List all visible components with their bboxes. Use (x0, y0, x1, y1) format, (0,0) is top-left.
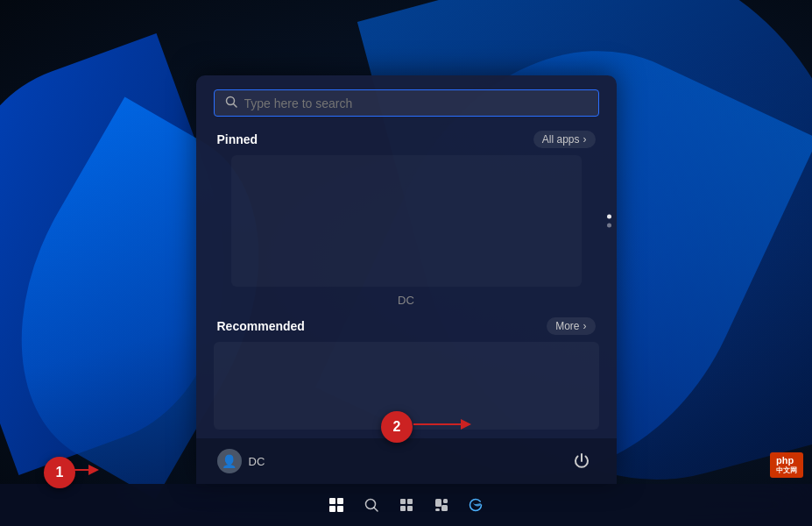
pinned-apps-grid (231, 155, 582, 287)
svg-rect-10 (435, 508, 440, 511)
chevron-right-icon-2: › (583, 320, 587, 332)
avatar: 👤 (217, 449, 242, 473)
user-display-name: DC (249, 455, 265, 468)
task-view-icon (399, 497, 414, 513)
svg-rect-8 (435, 499, 441, 507)
svg-rect-9 (443, 499, 448, 503)
svg-rect-6 (400, 506, 406, 511)
start-menu-footer: 👤 DC (196, 438, 617, 484)
recommended-label: Recommended (217, 319, 305, 333)
pinned-section-header: Pinned All apps › (196, 127, 617, 155)
chevron-right-icon: › (583, 133, 587, 146)
search-bar[interactable] (214, 89, 599, 117)
recommended-section-header: Recommended More › (196, 314, 617, 342)
annotation-2: 2 (381, 411, 413, 443)
all-apps-button[interactable]: All apps › (533, 131, 596, 148)
search-input[interactable] (244, 96, 588, 110)
svg-rect-11 (441, 505, 448, 511)
svg-rect-4 (400, 499, 406, 504)
arrow-1 (73, 461, 99, 479)
power-button[interactable] (568, 447, 596, 475)
php-watermark: php 中文网 (770, 452, 803, 478)
widgets-button[interactable] (426, 489, 457, 521)
more-button[interactable]: More › (547, 317, 595, 335)
widgets-icon (434, 497, 449, 513)
avatar-icon: 👤 (222, 454, 237, 468)
svg-rect-5 (407, 499, 413, 504)
scroll-indicator (607, 215, 611, 228)
svg-line-1 (233, 104, 237, 108)
edge-icon (469, 497, 484, 513)
start-button[interactable] (321, 489, 352, 521)
user-name-label: DC (398, 294, 414, 307)
search-taskbar-icon (364, 497, 379, 513)
svg-rect-7 (407, 506, 413, 511)
svg-line-3 (374, 508, 378, 511)
user-strip: DC (196, 287, 617, 314)
task-view-button[interactable] (391, 489, 422, 521)
taskbar (0, 484, 812, 526)
search-icon (225, 96, 237, 110)
arrow-2 (412, 416, 473, 433)
scroll-dot-2 (607, 224, 611, 228)
taskbar-icons (321, 489, 492, 521)
annotation-1: 1 (44, 457, 75, 488)
windows-logo-icon (329, 498, 343, 512)
scroll-dot-1 (607, 215, 611, 219)
edge-button[interactable] (461, 489, 492, 521)
user-account[interactable]: 👤 DC (217, 449, 265, 473)
pinned-label: Pinned (217, 132, 258, 146)
taskbar-search-button[interactable] (356, 489, 387, 521)
